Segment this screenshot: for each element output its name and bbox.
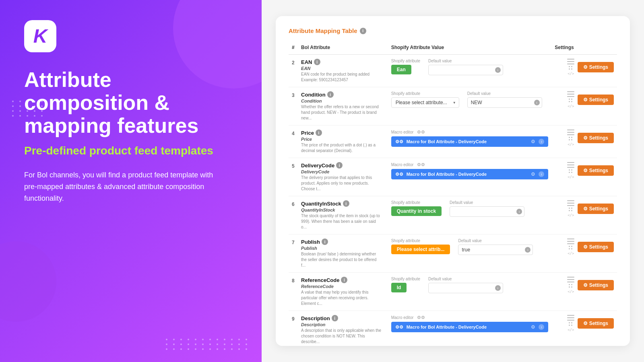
grip-icon[interactable] [569,66,573,70]
macro-label: Macro editor ⚙⚙ [391,162,549,167]
shopify-select[interactable]: Please select attribute... [391,97,459,108]
shopify-value-cell: Shopify attribute Ean Default value i [388,55,552,87]
default-label: Default value [428,59,503,63]
macro-icon: ⚙⚙ [395,325,403,330]
grip-icon[interactable] [569,99,573,103]
attr-info-icon[interactable]: i [322,239,328,245]
table-row: 2 EAN i EAN EAN code for the product bei… [289,55,617,87]
shopify-badge: Ean [391,65,411,74]
title-info-icon[interactable]: i [360,28,366,34]
settings-button[interactable]: ⚙ Settings [578,318,614,329]
default-input[interactable] [428,65,503,75]
shopify-value-cell: Shopify attribute Quantity in stock Defa… [388,196,552,234]
macro-icon: ⚙⚙ [395,139,403,144]
macro-info-icon[interactable]: i [539,171,544,177]
row-number: 2 [289,55,298,87]
attr-info-icon[interactable]: i [316,130,322,136]
shopify-badge: Id [391,283,407,292]
default-wrapper: i [467,97,542,108]
bol-attribute-cell: ReferenceCode i ReferenceCode A value th… [298,273,388,311]
default-input[interactable] [458,245,533,255]
macro-edit-icon[interactable]: ⚙ [531,324,535,330]
bol-attribute-cell: Description i Description A description … [298,311,388,346]
code-tag: </> [568,290,574,294]
shopify-label: Shopify attribute [391,200,442,205]
grip-icon[interactable] [569,137,573,141]
side-icons: </> [567,200,574,217]
grip-icon[interactable] [569,169,573,173]
bol-attr-name: QuantityInStock i [301,200,385,207]
default-info-icon[interactable]: i [534,100,540,105]
macro-edit-icon[interactable]: ⚙ [531,171,535,177]
shopify-badge: Please select attrib... [391,245,450,254]
attr-info-icon[interactable]: i [327,91,334,98]
bol-attr-desc: The price of the product with a dot (.) … [301,142,382,154]
attr-info-icon[interactable]: i [332,315,338,321]
code-tag: </> [568,328,574,332]
list-icon [567,200,574,206]
shopify-label: Shopify attribute [391,239,450,243]
default-info-icon[interactable]: i [495,67,501,73]
shopify-label: Shopify attribute [391,59,420,63]
table-row: 4 Price i Price The price of the product… [289,125,617,158]
default-input[interactable] [467,97,542,108]
grip-icon[interactable] [569,322,573,326]
settings-button[interactable]: ⚙ Settings [578,280,614,290]
col-num: # [289,42,298,55]
bol-attr-sub: Publish [301,246,385,251]
default-input[interactable] [450,206,524,217]
table-row: 9 Description i Description A descriptio… [289,311,617,346]
bol-attribute-cell: EAN i EAN EAN code for the product being… [298,55,388,87]
bol-attr-desc: The stock quantity of the item in stock … [301,213,382,230]
macro-info-icon[interactable]: i [539,324,544,330]
attr-info-icon[interactable]: i [343,200,349,207]
grip-icon[interactable] [569,246,573,250]
default-info-icon[interactable]: i [495,285,501,291]
grip-icon[interactable] [569,208,573,212]
settings-cell: </> ⚙ Settings [551,125,617,158]
shopify-value-cell: Macro editor ⚙⚙ ⚙⚙ Macro for Bol Attribu… [388,158,552,196]
bol-attr-desc: A value that may help you identify this … [301,290,382,306]
attr-info-icon[interactable]: i [336,162,343,169]
attr-info-icon[interactable]: i [341,277,347,283]
settings-cell: </> ⚙ Settings [551,158,617,196]
attr-info-icon[interactable]: i [314,59,320,65]
default-wrapper: i [428,283,503,293]
macro-edit-icon[interactable]: ⚙ [531,139,535,144]
macro-row: ⚙⚙ Macro for Bol Attribute - DeliveryCod… [391,322,549,332]
bol-attr-name: ReferenceCode i [301,277,385,283]
settings-cell: </> ⚙ Settings [551,196,617,234]
bol-attribute-cell: Condition i Condition Whether the offer … [298,87,388,125]
settings-button[interactable]: ⚙ Settings [578,165,614,176]
settings-button[interactable]: ⚙ Settings [578,95,614,105]
settings-button[interactable]: ⚙ Settings [578,204,614,214]
default-wrapper: i [428,65,503,75]
settings-button[interactable]: ⚙ Settings [578,62,614,72]
default-info-icon[interactable]: i [516,209,522,214]
table-row: 8 ReferenceCode i ReferenceCode A value … [289,273,617,311]
bol-attr-sub: Condition [301,99,385,103]
list-icon [567,91,574,97]
macro-row: ⚙⚙ Macro for Bol Attribute - DeliveryCod… [391,136,549,147]
row-number: 9 [289,311,298,346]
description-text: For Bol channels, you will find a produc… [24,169,225,204]
side-icons: </> [567,91,574,108]
list-icon [567,59,574,64]
macro-text: Macro for Bol Attribute - DeliveryCode [407,325,528,329]
bol-attribute-cell: Price i Price The price of the product w… [298,125,388,158]
shopify-value-cell: Shopify attribute Please select attribut… [388,87,552,125]
logo-letter: K [33,27,47,46]
list-icon [567,315,574,321]
bol-attr-desc: A description that is only applicable wh… [301,328,382,345]
macro-info-icon[interactable]: i [539,139,544,144]
settings-cell: </> ⚙ Settings [551,234,617,273]
settings-button[interactable]: ⚙ Settings [578,242,614,252]
row-number: 6 [289,196,298,234]
default-input[interactable] [428,283,503,293]
code-tag: </> [568,104,574,108]
grip-icon[interactable] [569,284,573,288]
bol-attr-sub: QuantityInStock [301,208,385,212]
macro-text: Macro for Bol Attribute - DeliveryCode [407,172,528,177]
bol-attr-name: Publish i [301,239,385,245]
settings-button[interactable]: ⚙ Settings [578,133,614,143]
